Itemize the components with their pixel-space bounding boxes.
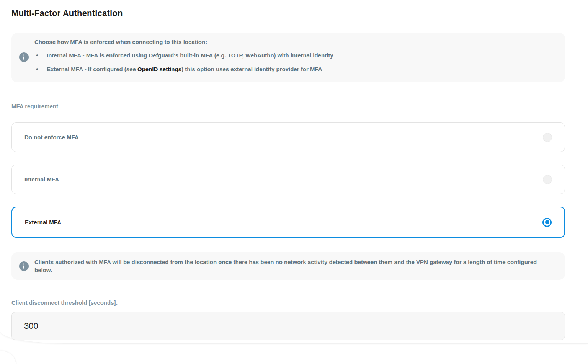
mfa-info-item-external: External MFA - If configured (see OpenID…	[34, 62, 556, 76]
mfa-settings-section: Multi-Factor Authentication Choose how M…	[11, 0, 565, 340]
option-do-not-enforce-mfa[interactable]: Do not enforce MFA	[11, 122, 565, 152]
next-section-corner	[0, 351, 16, 364]
external-mfa-description-start: External MFA - If configured (see	[47, 66, 137, 72]
disconnect-info-text: Clients authorized with MFA will be disc…	[34, 258, 542, 274]
info-icon	[19, 52, 29, 62]
info-icon	[19, 261, 29, 271]
mfa-info-box: Choose how MFA is enforced when connecti…	[11, 33, 565, 82]
disconnect-threshold-label: Client disconnect threshold [seconds]:	[11, 300, 565, 306]
mfa-info-text: Choose how MFA is enforced when connecti…	[34, 38, 556, 76]
mfa-info-intro: Choose how MFA is enforced when connecti…	[34, 38, 556, 46]
disconnect-info-box: Clients authorized with MFA will be disc…	[11, 252, 565, 280]
option-internal-mfa[interactable]: Internal MFA	[11, 165, 565, 194]
mfa-info-item-internal: Internal MFA - MFA is enforced using Def…	[34, 49, 556, 62]
option-label: Internal MFA	[24, 176, 59, 183]
page-title: Multi-Factor Authentication	[11, 0, 565, 18]
mfa-info-list: Internal MFA - MFA is enforced using Def…	[34, 49, 556, 76]
disconnect-threshold-input[interactable]	[11, 312, 565, 340]
radio-unchecked-icon[interactable]	[543, 175, 552, 184]
radio-checked-icon[interactable]	[542, 218, 552, 227]
openid-settings-link[interactable]: OpenID settings	[137, 66, 181, 72]
info-icon-column	[11, 261, 34, 271]
option-external-mfa[interactable]: External MFA	[11, 207, 565, 238]
option-label: External MFA	[25, 219, 61, 225]
mfa-requirement-label: MFA requirement	[11, 103, 565, 109]
internal-mfa-description: Internal MFA - MFA is enforced using Def…	[47, 52, 333, 59]
radio-unchecked-icon[interactable]	[543, 133, 552, 142]
title-divider	[11, 18, 565, 18]
info-icon-column	[11, 52, 34, 62]
option-label: Do not enforce MFA	[24, 134, 79, 140]
external-mfa-description-end: ) this option uses external identity pro…	[181, 66, 322, 72]
